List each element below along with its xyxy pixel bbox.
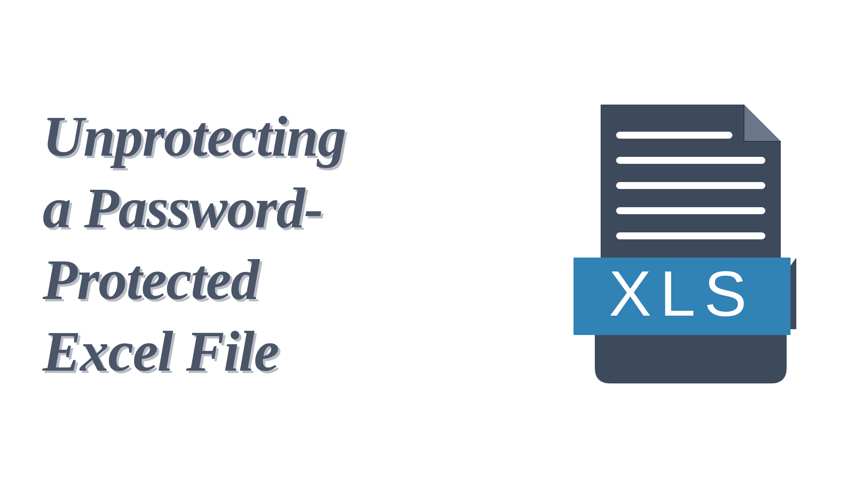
title-line-3: Protected [43,244,346,316]
svg-rect-2 [616,182,765,189]
title-block: Unprotecting a Password- Protected Excel… [43,101,346,387]
xls-file-icon: XLS [566,105,798,383]
title-line-4: Excel File [43,316,346,387]
title-line-2: a Password- [43,172,346,244]
svg-rect-0 [616,132,732,139]
xls-label: XLS [609,258,755,329]
svg-rect-1 [616,157,765,164]
svg-rect-4 [616,232,765,239]
svg-rect-3 [616,207,765,214]
title-line-1: Unprotecting [43,101,346,172]
